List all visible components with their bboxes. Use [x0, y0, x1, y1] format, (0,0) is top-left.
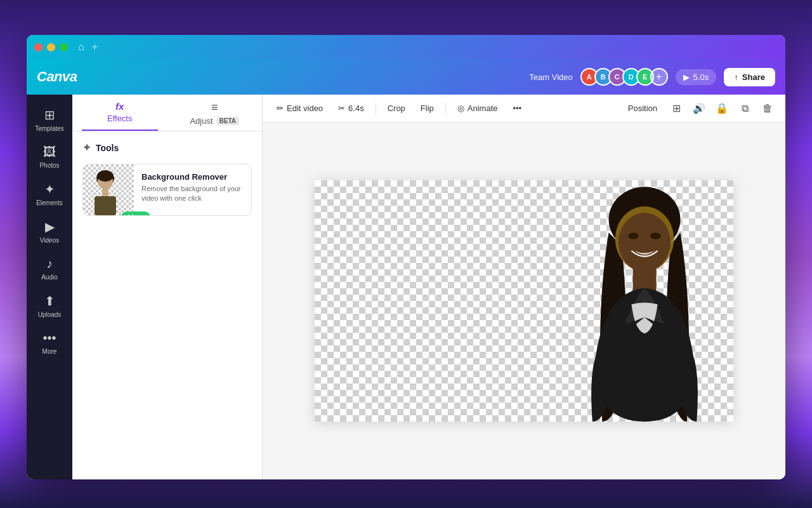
- play-duration-button[interactable]: ▶ 5.0s: [676, 69, 717, 85]
- uploads-icon: ⬆: [44, 293, 55, 309]
- audio-icon: ♪: [46, 257, 53, 271]
- separator-2: [445, 102, 446, 115]
- share-button[interactable]: ↑ Share: [724, 68, 775, 86]
- traffic-lights: [34, 43, 68, 51]
- background-remover-desc: Remove the background of your video with…: [141, 184, 244, 204]
- new-tab-icon[interactable]: +: [92, 41, 98, 53]
- tools-header: ✦ Tools: [82, 142, 252, 154]
- tab-adjust[interactable]: ≡ Adjust BETA: [167, 95, 263, 131]
- background-remover-card[interactable]: Background Remover Remove the background…: [82, 164, 252, 216]
- collaborator-avatars: A B C D E +: [580, 68, 668, 86]
- more-label: More: [43, 348, 57, 355]
- panel-content: ✦ Tools: [72, 131, 262, 479]
- templates-icon: ⊞: [44, 107, 55, 123]
- more-options-button[interactable]: •••: [507, 100, 528, 116]
- canva-logo: Canva: [37, 69, 77, 85]
- svg-point-8: [619, 213, 671, 271]
- canvas-area: [263, 123, 785, 479]
- grid-icon: ⊞: [672, 102, 681, 114]
- adjust-tab-icon: ≡: [211, 101, 218, 114]
- canvas-frame[interactable]: [315, 180, 733, 422]
- animate-label: Animate: [468, 104, 498, 113]
- sidebar-item-templates[interactable]: ⊞ Templates: [30, 102, 69, 137]
- crop-button[interactable]: Crop: [381, 100, 412, 116]
- brand-bar: Canva Team Video A B C D E + ▶ 5.0s ↑ Sh…: [27, 59, 785, 95]
- brand-bar-right: Team Video A B C D E + ▶ 5.0s ↑ Share: [529, 68, 775, 86]
- background-remover-info: Background Remover Remove the background…: [134, 164, 251, 215]
- beta-badge: BETA: [216, 117, 239, 125]
- position-button[interactable]: Position: [622, 100, 664, 116]
- titlebar: ⌂ +: [27, 35, 785, 59]
- flip-button[interactable]: Flip: [414, 100, 440, 116]
- separator-1: [376, 102, 376, 115]
- main-layout: ⊞ Templates 🖼 Photos ✦ Elements ▶ Videos…: [27, 95, 785, 479]
- canvas-main: ✏ Edit video ✂ 6.4s Crop Flip ◎ Animate: [263, 95, 785, 479]
- background-remover-thumbnail: [83, 164, 134, 215]
- lock-icon: 🔒: [716, 102, 728, 114]
- tab-effects[interactable]: fx Effects: [72, 95, 167, 131]
- photos-icon: 🖼: [43, 145, 56, 159]
- volume-button[interactable]: 🔊: [689, 98, 709, 119]
- close-button[interactable]: [34, 43, 43, 51]
- videos-label: Videos: [40, 237, 59, 244]
- trash-icon: 🗑: [763, 103, 773, 114]
- position-label: Position: [628, 104, 657, 113]
- photos-label: Photos: [39, 162, 59, 169]
- sidebar-item-elements[interactable]: ✦ Elements: [30, 177, 69, 211]
- left-sidebar: ⊞ Templates 🖼 Photos ✦ Elements ▶ Videos…: [27, 95, 72, 479]
- uploads-label: Uploads: [38, 311, 62, 318]
- sidebar-item-videos[interactable]: ▶ Videos: [30, 214, 69, 249]
- team-video-label: Team Video: [529, 72, 572, 82]
- tools-label: Tools: [96, 143, 119, 153]
- minimize-button[interactable]: [47, 43, 55, 51]
- sidebar-item-photos[interactable]: 🖼 Photos: [30, 140, 69, 174]
- duration-label: 6.4s: [348, 104, 364, 113]
- share-label: Share: [742, 72, 765, 82]
- duration-label: 5.0s: [693, 72, 709, 82]
- lock-button[interactable]: 🔒: [712, 98, 732, 119]
- audio-label: Audio: [41, 274, 58, 281]
- tools-sparkle-icon: ✦: [82, 142, 91, 154]
- videos-icon: ▶: [45, 219, 55, 234]
- volume-icon: 🔊: [693, 102, 705, 114]
- flip-label: Flip: [421, 104, 434, 113]
- svg-rect-5: [95, 196, 116, 215]
- maximize-button[interactable]: [60, 43, 68, 51]
- edit-video-button[interactable]: ✏ Edit video: [270, 100, 329, 116]
- adjust-tab-label: Adjust: [190, 116, 213, 126]
- sidebar-item-more[interactable]: ••• More: [30, 326, 69, 360]
- svg-point-2: [97, 170, 114, 182]
- more-options-icon: •••: [513, 104, 522, 113]
- secondary-toolbar: ✏ Edit video ✂ 6.4s Crop Flip ◎ Animate: [263, 95, 785, 123]
- transparency-button[interactable]: ⊞: [666, 98, 686, 119]
- sidebar-item-audio[interactable]: ♪ Audio: [30, 251, 69, 286]
- duplicate-button[interactable]: ⧉: [735, 98, 755, 119]
- svg-point-9: [628, 232, 638, 239]
- svg-rect-4: [102, 189, 108, 196]
- duplicate-icon: ⧉: [742, 103, 749, 114]
- elements-icon: ✦: [44, 182, 55, 197]
- panel-tabs: fx Effects ≡ Adjust BETA: [72, 95, 262, 131]
- play-icon: ▶: [683, 72, 690, 82]
- svg-point-10: [650, 232, 660, 239]
- animate-icon: ◎: [457, 104, 464, 113]
- home-icon[interactable]: ⌂: [78, 41, 84, 53]
- person-silhouette: [83, 164, 134, 215]
- elements-label: Elements: [36, 199, 63, 206]
- share-icon: ↑: [734, 72, 738, 82]
- subject-person: [556, 180, 733, 422]
- edit-video-label: Edit video: [287, 104, 323, 113]
- more-icon: •••: [43, 331, 56, 345]
- scissors-button[interactable]: ✂ 6.4s: [332, 100, 370, 116]
- animate-button[interactable]: ◎ Animate: [451, 100, 504, 116]
- sidebar-item-uploads[interactable]: ⬆ Uploads: [30, 288, 69, 323]
- templates-label: Templates: [35, 125, 64, 132]
- scissors-icon: ✂: [338, 104, 345, 113]
- delete-button[interactable]: 🗑: [757, 98, 778, 119]
- effects-tab-icon: fx: [115, 101, 124, 112]
- add-collaborator-button[interactable]: +: [650, 68, 668, 86]
- edit-video-icon: ✏: [277, 104, 284, 113]
- app-window: ⌂ + Canva Team Video A B C D E + ▶ 5.0s …: [27, 35, 785, 479]
- svg-rect-11: [633, 269, 657, 291]
- liam-tooltip: Liam: [121, 211, 150, 216]
